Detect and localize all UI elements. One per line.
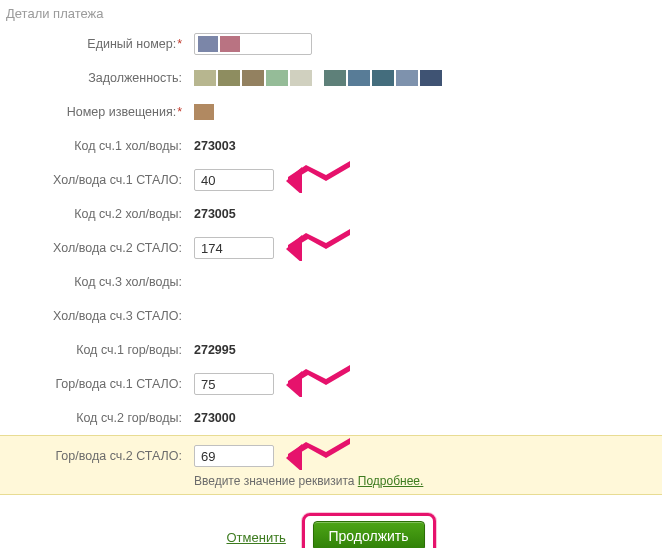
row-notice-number: Номер извещения:* [0,95,622,129]
label-hot1-now: Гор/вода сч.1 СТАЛО: [0,377,188,391]
redacted-block [372,70,394,86]
svg-marker-3 [286,235,302,261]
cold1-now-input[interactable] [194,169,274,191]
section-title: Детали платежа [0,0,662,27]
label-code2-hot: Код сч.2 гор/воды: [0,411,188,425]
label-cold2-now: Хол/вода сч.2 СТАЛО: [0,241,188,255]
svg-marker-5 [286,371,302,397]
label-code1-cold: Код сч.1 хол/воды: [0,139,188,153]
svg-marker-0 [288,161,350,183]
redacted-block [324,70,346,86]
notice-number-value [188,104,216,120]
required-mark: * [177,37,182,51]
row-cold2-now: Хол/вода сч.2 СТАЛО: [0,231,622,265]
submit-highlight-box: Продолжить [302,513,436,548]
row-code2-hot: Код сч.2 гор/воды: 273000 [0,401,622,435]
value-code2-cold: 273005 [188,207,236,221]
row-hot2-now: Гор/вода сч.2 СТАЛО: Введите значение ре… [0,435,662,495]
svg-marker-2 [288,229,350,251]
row-cold1-now: Хол/вода сч.1 СТАЛО: [0,163,622,197]
row-cold3-now: Хол/вода сч.3 СТАЛО: [0,299,622,333]
label-hot2-now: Гор/вода сч.2 СТАЛО: [0,449,188,463]
label-code2-cold: Код сч.2 хол/воды: [0,207,188,221]
redacted-block [194,104,214,120]
arrow-icon [286,159,350,193]
redacted-block [396,70,418,86]
row-code2-cold: Код сч.2 хол/воды: 273005 [0,197,622,231]
label-unified-number: Единый номер:* [0,37,188,51]
redacted-block [198,36,218,52]
arrow-icon [286,227,350,261]
row-code1-cold: Код сч.1 хол/воды: 273003 [0,129,622,163]
redacted-block [218,70,240,86]
field-hint: Введите значение реквизита Подробнее. [0,474,622,488]
row-debt: Задолженность: [0,61,622,95]
hint-text: Введите значение реквизита [194,474,358,488]
unified-number-input[interactable] [194,33,312,55]
arrow-icon [286,363,350,397]
redacted-block [242,70,264,86]
label-notice-number: Номер извещения:* [0,105,188,119]
value-code1-cold: 273003 [188,139,236,153]
submit-button[interactable]: Продолжить [313,521,425,548]
cancel-link[interactable]: Отменить [226,530,285,545]
value-code2-hot: 273000 [188,411,236,425]
redacted-block [420,70,442,86]
svg-marker-4 [288,365,350,387]
redacted-block [220,36,240,52]
hot1-now-input[interactable] [194,373,274,395]
row-hot1-now: Гор/вода сч.1 СТАЛО: [0,367,622,401]
redacted-block [266,70,288,86]
label-code1-hot: Код сч.1 гор/воды: [0,343,188,357]
label-cold1-now: Хол/вода сч.1 СТАЛО: [0,173,188,187]
form-footer: Отменить Продолжить [0,495,662,548]
row-code1-hot: Код сч.1 гор/воды: 272995 [0,333,622,367]
redacted-block [194,70,216,86]
row-code3-cold: Код сч.3 хол/воды: [0,265,622,299]
cold2-now-input[interactable] [194,237,274,259]
hot2-now-input[interactable] [194,445,274,467]
value-code1-hot: 272995 [188,343,236,357]
label-debt: Задолженность: [0,71,188,85]
required-mark: * [177,105,182,119]
hint-more-link[interactable]: Подробнее. [358,474,424,488]
redacted-block [290,70,312,86]
label-code3-cold: Код сч.3 хол/воды: [0,275,188,289]
svg-marker-1 [286,167,302,193]
debt-value [188,70,444,86]
redacted-block [348,70,370,86]
label-cold3-now: Хол/вода сч.3 СТАЛО: [0,309,188,323]
row-unified-number: Единый номер:* [0,27,622,61]
